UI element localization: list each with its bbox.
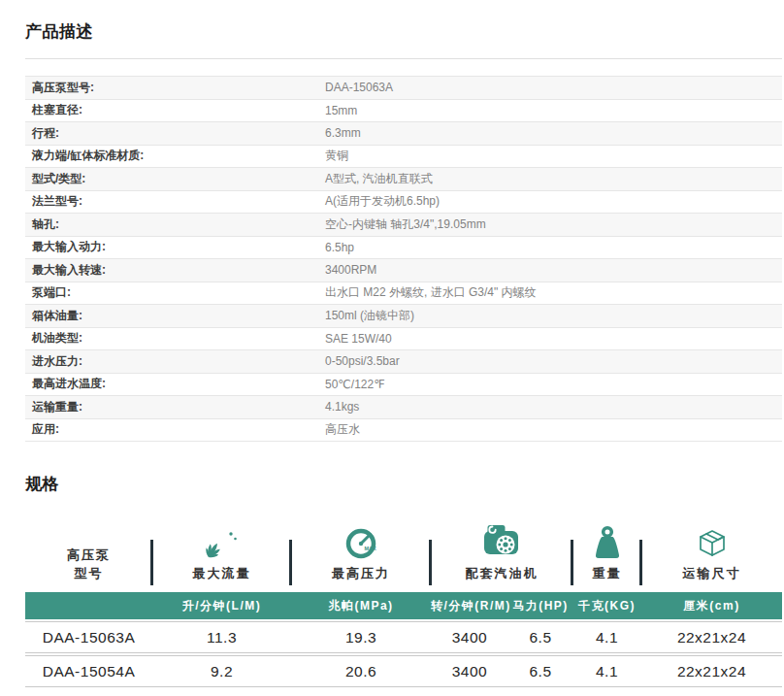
spec-col-dimensions: 运输尺寸 [641, 522, 782, 592]
spec-label: 柱塞直径: [25, 102, 325, 118]
table-row: 轴孔:空心-内键轴 轴孔3/4",19.05mm [25, 214, 782, 237]
spec-value: 4.1kgs [325, 400, 359, 414]
spec-label: 机油类型: [25, 330, 325, 347]
spec-label: 运输重量: [25, 399, 325, 415]
unit-weight: 千克(KG) [572, 598, 641, 614]
cell-weight: 4.1 [572, 663, 641, 680]
table-row: 机油类型:SAE 15W/40 [25, 328, 782, 351]
description-section-title: 产品描述 [25, 0, 782, 43]
spec-value: SAE 15W/40 [325, 332, 392, 346]
table-row: 最高进水温度:50℃/122℉ [25, 374, 782, 397]
product-page: 产品描述 高压泵型号:DAA-15063A 柱塞直径:15mm 行程:6.3mm… [25, 0, 782, 687]
spec-value: 15mm [325, 104, 357, 117]
spec-value: 50℃/122℉ [325, 378, 385, 391]
cell-flow: 11.3 [152, 629, 291, 646]
model-header-label: 高压泵 型号 [67, 547, 111, 583]
spec-label: 进水压力: [25, 353, 325, 370]
section-divider [25, 58, 782, 59]
gauge-max-label: MAX [365, 546, 377, 551]
spec-value: 空心-内键轴 轴孔3/4",19.05mm [325, 216, 486, 233]
engine-icon [480, 525, 523, 560]
dimensions-header-label: 运输尺寸 [683, 565, 741, 583]
package-box-icon [694, 525, 731, 560]
table-row: 最大输入转速:3400RPM [25, 259, 782, 282]
spec-label: 液力端/缸体标准材质: [25, 148, 325, 164]
table-row: 法兰型号:A(适用于发动机6.5hp) [25, 191, 782, 215]
unit-rpm: 转/分钟(R/M) [431, 598, 508, 614]
engine-header-label: 配套汽油机 [466, 565, 539, 583]
cell-pressure: 19.3 [291, 629, 431, 646]
spec-value: 0-50psi/3.5bar [325, 354, 400, 368]
spec-col-engine: 配套汽油机 [431, 522, 572, 592]
spec-value: A(适用于发动机6.5hp) [325, 193, 440, 210]
table-row: 液力端/缸体标准材质:黄铜 [25, 146, 782, 169]
table-row: 行程:6.3mm [25, 122, 782, 146]
spec-label: 行程: [25, 125, 325, 142]
table-row: 进水压力:0-50psi/3.5bar [25, 350, 782, 374]
spec-table-header: 高压泵 型号 最大流量 [25, 522, 782, 592]
table-row: 最大输入动力:6.5hp [25, 237, 782, 260]
cell-model: DAA-15054A [25, 663, 152, 680]
table-row: DAA-15054A 9.2 20.6 3400 6.5 4.1 22x21x2… [25, 655, 782, 687]
table-row: 应用:高压水 [25, 419, 782, 443]
spec-value: A型式, 汽油机直联式 [325, 171, 433, 187]
unit-dimensions: 厘米(cm) [641, 598, 782, 614]
cell-pressure: 20.6 [291, 663, 431, 680]
spec-value: 150ml (油镜中部) [325, 308, 414, 324]
water-spray-icon [203, 525, 242, 560]
table-row: 型式/类型:A型式, 汽油机直联式 [25, 168, 782, 191]
cell-flow: 9.2 [152, 663, 291, 680]
description-table: 高压泵型号:DAA-15063A 柱塞直径:15mm 行程:6.3mm 液力端/… [25, 76, 782, 442]
spec-value: DAA-15063A [325, 81, 393, 94]
spec-label: 高压泵型号: [25, 80, 325, 96]
table-row: 箱体油量:150ml (油镜中部) [25, 305, 782, 328]
spec-label: 最高进水温度: [25, 376, 325, 392]
spec-label: 应用: [25, 421, 325, 438]
spec-col-flow: 最大流量 [152, 522, 291, 592]
spec-value: 高压水 [325, 421, 360, 438]
spec-col-weight: 重量 [572, 522, 641, 592]
spec-value: 6.3mm [325, 126, 361, 140]
table-row: 泵端口:出水口 M22 外螺纹, 进水口 G3/4" 内螺纹 [25, 282, 782, 306]
spec-value: 黄铜 [325, 148, 348, 164]
cell-dimensions: 22x21x24 [641, 629, 782, 646]
spec-label: 最大输入动力: [25, 239, 325, 255]
spec-units-bar: 升/分钟(L/M) 兆帕(MPa) 转/分钟(R/M) 马力(HP) 千克(KG… [25, 592, 782, 619]
table-row: 柱塞直径:15mm [25, 100, 782, 123]
spec-label: 最大输入转速: [25, 262, 325, 279]
spec-value: 3400RPM [325, 263, 376, 277]
spec-section-title: 规格 [25, 473, 782, 495]
cell-dimensions: 22x21x24 [641, 663, 782, 680]
unit-flow: 升/分钟(L/M) [152, 598, 291, 614]
cell-rpm: 3400 [431, 629, 508, 646]
weight-header-label: 重量 [593, 565, 622, 583]
spec-label: 泵端口: [25, 284, 325, 301]
table-row: DAA-15063A 11.3 19.3 3400 6.5 4.1 22x21x… [25, 621, 782, 653]
cell-hp: 6.5 [508, 629, 572, 646]
spec-col-pressure: MAX 最高压力 [291, 522, 431, 592]
flow-header-label: 最大流量 [193, 565, 251, 583]
spec-label: 轴孔: [25, 216, 325, 233]
table-row: 高压泵型号:DAA-15063A [25, 77, 782, 100]
cell-rpm: 3400 [431, 663, 508, 680]
table-row: 运输重量:4.1kgs [25, 396, 782, 419]
pressure-header-label: 最高压力 [332, 565, 390, 583]
cell-weight: 4.1 [572, 629, 641, 646]
cell-hp: 6.5 [508, 663, 572, 680]
unit-pressure: 兆帕(MPa) [291, 598, 431, 614]
spec-label: 法兰型号: [25, 193, 325, 210]
pressure-gauge-icon: MAX [342, 525, 380, 560]
weight-icon [588, 525, 627, 560]
spec-col-model: 高压泵 型号 [25, 522, 152, 592]
spec-value: 出水口 M22 外螺纹, 进水口 G3/4" 内螺纹 [325, 284, 537, 301]
spec-label: 型式/类型: [25, 171, 325, 187]
spec-label: 箱体油量: [25, 308, 325, 324]
unit-hp: 马力(HP) [508, 598, 572, 614]
cell-model: DAA-15063A [25, 629, 152, 646]
spec-value: 6.5hp [325, 241, 354, 254]
